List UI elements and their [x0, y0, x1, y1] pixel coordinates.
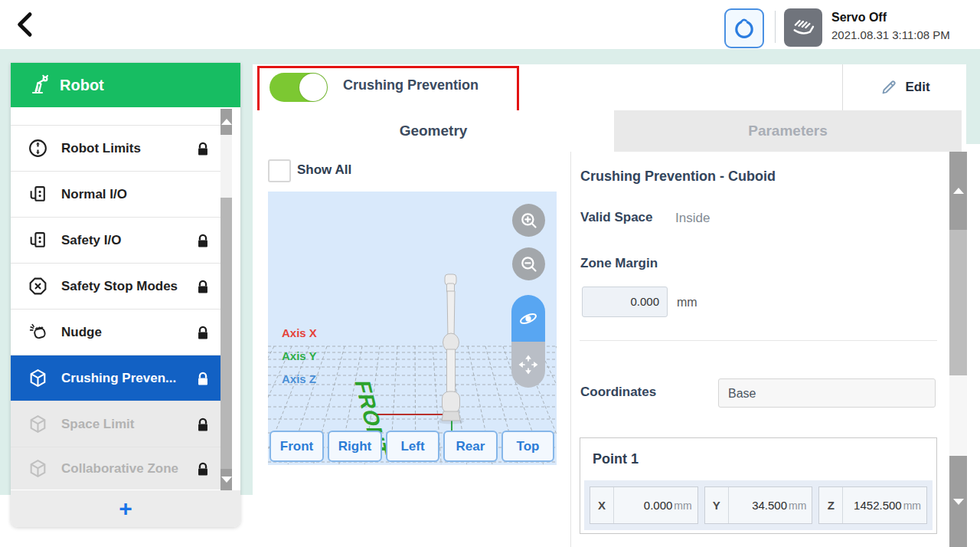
- lock-icon: [194, 460, 211, 477]
- feature-header: Crushing Prevention Edit: [253, 64, 966, 110]
- hand-icon: [789, 14, 817, 41]
- valid-space-value: Inside: [675, 211, 710, 226]
- topbar-divider: [775, 11, 776, 43]
- sidebar-item-safety-stop-modes[interactable]: Safety Stop Modes: [11, 264, 220, 310]
- recovery-button[interactable]: [724, 8, 764, 48]
- lock-icon: [194, 278, 211, 295]
- scroll-down-icon: [221, 477, 232, 483]
- sidebar-item-crushing-prevention[interactable]: Crushing Preven...: [11, 355, 220, 401]
- sidebar-list: Robot Limits Normal I/O Safety I/O: [11, 107, 240, 490]
- zoom-in-button[interactable]: [512, 204, 545, 237]
- sidebar-scroll-thumb[interactable]: [220, 198, 232, 469]
- lock-icon: [194, 416, 211, 433]
- tab-geometry[interactable]: Geometry: [253, 110, 614, 152]
- sidebar-scroll-up[interactable]: [220, 109, 232, 135]
- view-rear-button[interactable]: Rear: [443, 431, 498, 462]
- point1-fields: X 0.000 mm Y 34.500 mm Z 1452.500 mm: [584, 480, 933, 530]
- zoom-in-icon: [518, 210, 539, 231]
- robot-icon: [26, 73, 51, 97]
- scroll-up-icon: [221, 119, 232, 125]
- tab-strip-endcap: [962, 110, 966, 152]
- cube-icon: [28, 458, 51, 479]
- io-icon: [28, 184, 51, 205]
- sidebar-header: Robot: [11, 63, 240, 107]
- plus-icon: +: [119, 497, 132, 520]
- sidebar-title: Robot: [60, 77, 104, 94]
- point1-z-field[interactable]: Z 1452.500 mm: [818, 486, 927, 524]
- lock-icon: [194, 324, 211, 341]
- tab-parameters[interactable]: Parameters: [614, 110, 962, 152]
- nudge-hand-icon: [28, 322, 51, 342]
- gripper-ring-icon: [733, 17, 756, 40]
- sidebar-item-normal-io[interactable]: Normal I/O: [11, 172, 220, 218]
- sidebar-item-nudge[interactable]: Nudge: [11, 310, 220, 355]
- column-divider: [570, 152, 571, 547]
- cube-icon: [28, 368, 51, 388]
- panel-scroll-thumb[interactable]: [949, 230, 967, 375]
- scroll-up-icon: [953, 188, 964, 194]
- move-icon: [518, 354, 539, 375]
- zoom-out-icon: [518, 254, 539, 274]
- sidebar-item-partial: [11, 107, 220, 126]
- sidebar-scroll-down[interactable]: [220, 469, 232, 490]
- back-chevron-icon: [11, 9, 41, 40]
- sidebar-item-collaborative-zone[interactable]: Collaborative Zone: [11, 447, 220, 490]
- robot-limits-icon: [28, 138, 51, 159]
- view-top-button[interactable]: Top: [501, 431, 554, 462]
- pencil-icon: [880, 78, 898, 97]
- add-zone-button[interactable]: +: [11, 490, 240, 527]
- sidebar-item-robot-limits[interactable]: Robot Limits: [11, 126, 220, 172]
- timestamp: 2021.08.31 3:11:08 PM: [831, 28, 950, 41]
- servo-status: Servo Off: [831, 11, 887, 25]
- cube-icon: [28, 414, 51, 434]
- point1-title: Point 1: [593, 451, 639, 467]
- point1-card: Point 1 X 0.000 mm Y 34.500 mm Z 1452.50…: [580, 437, 937, 534]
- axis-x-label: Axis X: [282, 326, 317, 339]
- panel-scroll-up[interactable]: [949, 152, 967, 230]
- view-front-button[interactable]: Front: [270, 431, 324, 462]
- orbit-icon: [517, 307, 540, 330]
- view-mode-pill: [511, 295, 545, 388]
- geometry-panel: Show All FRONT Axis X Axis Y Axis Z: [253, 152, 980, 547]
- crushing-prevention-toggle[interactable]: [270, 73, 328, 102]
- panel-scroll-down[interactable]: [949, 456, 967, 547]
- valid-space-label: Valid Space: [580, 210, 653, 225]
- point1-x-field[interactable]: X 0.000 mm: [590, 486, 698, 524]
- coordinates-label: Coordinates: [580, 385, 656, 400]
- detail-heading: Crushing Prevention - Cuboid: [580, 169, 776, 185]
- zone-margin-label: Zone Margin: [580, 256, 658, 271]
- axis-z-label: Axis Z: [282, 372, 316, 385]
- show-all-checkbox[interactable]: [268, 159, 291, 182]
- section-divider: [580, 340, 937, 341]
- lock-icon: [194, 232, 211, 249]
- rotate-view-button[interactable]: [511, 295, 545, 342]
- zone-margin-unit: mm: [677, 296, 697, 310]
- stop-x-icon: [28, 276, 51, 296]
- robot-3d-viewport[interactable]: FRONT Axis X Axis Y Axis Z: [268, 192, 557, 465]
- edit-button[interactable]: Edit: [842, 64, 967, 110]
- toggle-knob: [299, 74, 327, 101]
- io-icon: [28, 230, 51, 251]
- view-right-button[interactable]: Right: [328, 431, 382, 462]
- lock-icon: [194, 370, 211, 387]
- sidebar-item-safety-io[interactable]: Safety I/O: [11, 218, 220, 264]
- axis-y-label: Axis Y: [282, 349, 317, 362]
- coordinates-select[interactable]: Base: [718, 378, 936, 408]
- feature-title: Crushing Prevention: [343, 77, 479, 93]
- zone-margin-input[interactable]: 0.000: [582, 287, 668, 317]
- point1-y-field[interactable]: Y 34.500 mm: [704, 486, 813, 524]
- back-button[interactable]: [11, 9, 41, 40]
- pan-view-button[interactable]: [511, 342, 545, 388]
- panel-scroll-track[interactable]: [949, 375, 967, 456]
- manual-mode-indicator: [784, 8, 822, 47]
- scroll-down-icon: [953, 499, 964, 505]
- view-left-button[interactable]: Left: [386, 431, 439, 462]
- lock-icon: [194, 140, 211, 157]
- sidebar-scroll-track[interactable]: [220, 135, 232, 198]
- sidebar-item-space-limit[interactable]: Space Limit: [11, 401, 220, 447]
- zoom-out-button[interactable]: [512, 247, 545, 280]
- show-all-label: Show All: [297, 162, 351, 178]
- sidebar: Robot Robot Limits Normal I/O: [11, 63, 240, 527]
